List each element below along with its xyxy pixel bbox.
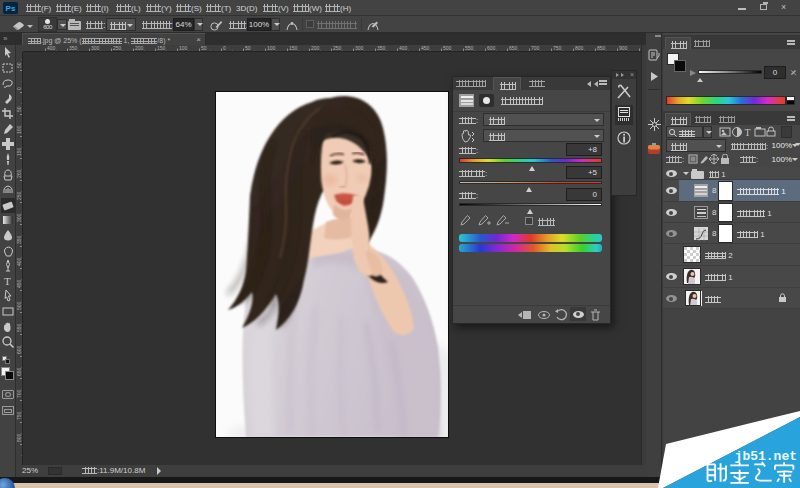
- svg-text:0: 0: [16, 87, 22, 90]
- svg-text:50: 50: [245, 45, 251, 51]
- svg-text:600: 600: [487, 45, 496, 51]
- svg-text:550: 550: [465, 45, 474, 51]
- svg-text:750: 750: [16, 411, 22, 420]
- svg-text:850: 850: [597, 45, 606, 51]
- svg-text:150: 150: [289, 45, 298, 51]
- svg-text:900: 900: [619, 45, 628, 51]
- svg-text:350: 350: [377, 45, 386, 51]
- svg-text:200: 200: [311, 45, 320, 51]
- svg-text:650: 650: [16, 367, 22, 376]
- svg-text:500: 500: [443, 45, 452, 51]
- svg-text:400: 400: [47, 45, 56, 51]
- svg-text:100: 100: [179, 45, 188, 51]
- svg-text:100: 100: [16, 125, 22, 134]
- svg-text:50: 50: [16, 106, 22, 112]
- svg-text:T: T: [745, 127, 751, 138]
- svg-text:700: 700: [531, 45, 540, 51]
- svg-text:250: 250: [16, 191, 22, 200]
- svg-text:450: 450: [16, 279, 22, 288]
- svg-text:200: 200: [16, 169, 22, 178]
- svg-text:800: 800: [575, 45, 584, 51]
- svg-text:350: 350: [16, 235, 22, 244]
- svg-text:600: 600: [16, 345, 22, 354]
- svg-text:750: 750: [553, 45, 562, 51]
- svg-text:250: 250: [113, 45, 122, 51]
- svg-text:800: 800: [16, 433, 22, 442]
- svg-text:150: 150: [157, 45, 166, 51]
- svg-text:50: 50: [201, 45, 207, 51]
- svg-text:700: 700: [16, 389, 22, 398]
- svg-text:0: 0: [223, 45, 226, 51]
- svg-text:300: 300: [91, 45, 100, 51]
- svg-text:200: 200: [135, 45, 144, 51]
- svg-text:500: 500: [16, 301, 22, 310]
- svg-text:150: 150: [16, 147, 22, 156]
- svg-text:T: T: [4, 275, 11, 287]
- svg-text:350: 350: [69, 45, 78, 51]
- svg-text:400: 400: [399, 45, 408, 51]
- svg-text:400: 400: [16, 257, 22, 266]
- svg-text:300: 300: [355, 45, 364, 51]
- svg-text:250: 250: [333, 45, 342, 51]
- svg-text:550: 550: [16, 323, 22, 332]
- svg-text:50: 50: [16, 62, 22, 68]
- svg-text:450: 450: [421, 45, 430, 51]
- svg-text:650: 650: [509, 45, 518, 51]
- svg-text:300: 300: [16, 213, 22, 222]
- svg-text:100: 100: [267, 45, 276, 51]
